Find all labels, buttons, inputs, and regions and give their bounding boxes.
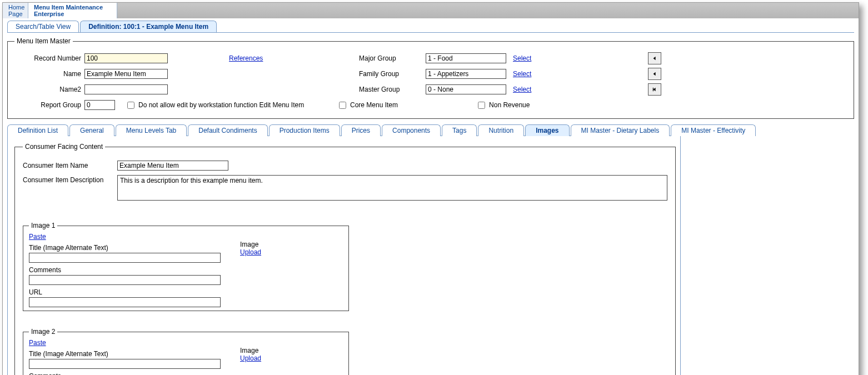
master-group-select-link[interactable]: Select	[513, 86, 531, 93]
non-revenue-checkbox[interactable]	[478, 102, 485, 109]
sub-tab-default-condiments[interactable]: Default Condiments	[188, 124, 267, 136]
sub-tab-tags[interactable]: Tags	[442, 124, 477, 136]
sub-tab-prices[interactable]: Prices	[341, 124, 381, 136]
consumer-facing-content-fieldset: Consumer Facing Content Consumer Item Na…	[14, 143, 676, 375]
paste-link[interactable]: Paste	[29, 339, 46, 347]
image-title-input[interactable]	[29, 359, 221, 369]
svg-marker-2	[654, 88, 656, 91]
menu-item-master-fieldset: Menu Item Master Record Number Reference…	[7, 37, 854, 119]
consumer-item-name-input[interactable]	[117, 161, 228, 171]
record-number-input[interactable]	[84, 53, 168, 63]
sub-tab-mi-master-effectivity[interactable]: MI Master - Effectivity	[671, 124, 756, 136]
name2-input[interactable]	[84, 84, 168, 94]
top-bar: Home Page Menu Item Maintenance Enterpri…	[3, 3, 859, 18]
consumer-item-name-label: Consumer Item Name	[23, 161, 117, 169]
major-group-nav-button[interactable]	[648, 52, 661, 64]
consumer-item-description-input[interactable]	[117, 175, 667, 201]
sub-tab-images[interactable]: Images	[525, 124, 569, 136]
family-group-select-link[interactable]: Select	[513, 70, 531, 78]
major-group-select-link[interactable]: Select	[513, 54, 531, 62]
tab-search-view[interactable]: Search/Table View	[7, 21, 79, 32]
name2-label: Name2	[14, 86, 84, 93]
menu-item-master-legend: Menu Item Master	[14, 37, 73, 45]
core-menu-item-checkbox[interactable]	[339, 102, 346, 109]
sub-tab-components[interactable]: Components	[382, 124, 441, 136]
upload-link[interactable]: Upload	[240, 354, 261, 362]
consumer-item-description-label: Consumer Item Description	[23, 175, 117, 184]
major-group-input[interactable]	[426, 53, 506, 63]
do-not-allow-edit-checkbox[interactable]	[127, 102, 134, 109]
svg-marker-0	[654, 57, 656, 60]
svg-rect-3	[653, 88, 654, 91]
name-input[interactable]	[84, 69, 168, 79]
family-group-input[interactable]	[426, 69, 506, 79]
image-comments-label: Comments	[29, 266, 229, 274]
do-not-allow-edit-label: Do not allow edit by workstation functio…	[138, 101, 304, 109]
image-slot-legend: Image 2	[29, 328, 57, 336]
report-group-input[interactable]	[84, 100, 115, 110]
master-group-input[interactable]	[426, 84, 506, 94]
sub-tab-general[interactable]: General	[69, 124, 114, 136]
sub-tab-nutrition[interactable]: Nutrition	[478, 124, 524, 136]
tab-definition[interactable]: Definition: 100:1 - Example Menu Item	[80, 21, 217, 32]
image-url-label: URL	[29, 288, 229, 296]
image-title-label: Title (Image Alternate Text)	[29, 350, 229, 358]
references-link[interactable]: References	[229, 54, 263, 62]
non-revenue-label: Non Revenue	[489, 101, 530, 109]
major-group-label: Major Group	[359, 54, 426, 62]
image-title-input[interactable]	[29, 253, 221, 263]
image-comments-input[interactable]	[29, 275, 221, 285]
consumer-facing-content-legend: Consumer Facing Content	[23, 143, 105, 151]
name-label: Name	[14, 70, 84, 78]
image-url-input[interactable]	[29, 297, 221, 307]
sub-tab-mi-master-dietary-labels[interactable]: MI Master - Dietary Labels	[571, 124, 670, 136]
record-number-label: Record Number	[14, 54, 84, 62]
sub-tab-definition-list[interactable]: Definition List	[7, 124, 68, 136]
svg-marker-1	[654, 72, 656, 76]
image-label: Image	[240, 241, 343, 248]
core-menu-item-label: Core Menu Item	[350, 101, 398, 109]
image-slot-legend: Image 1	[29, 222, 57, 229]
image-title-label: Title (Image Alternate Text)	[29, 244, 229, 252]
tab-home[interactable]: Home Page	[3, 3, 28, 18]
master-group-label: Master Group	[359, 86, 426, 93]
paste-link[interactable]: Paste	[29, 233, 46, 241]
image-slot-1: Image 1PasteTitle (Image Alternate Text)…	[23, 222, 349, 311]
image-comments-label: Comments	[29, 372, 229, 375]
sub-tab-production-items[interactable]: Production Items	[269, 124, 340, 136]
report-group-label: Report Group	[14, 101, 84, 109]
family-group-label: Family Group	[359, 70, 426, 78]
upload-link[interactable]: Upload	[240, 248, 261, 256]
image-label: Image	[240, 347, 343, 354]
tab-menu-item-maintenance[interactable]: Menu Item Maintenance Enterprise	[28, 3, 117, 18]
sub-tab-menu-levels-tab[interactable]: Menu Levels Tab	[116, 124, 187, 136]
sub-tabs: Definition ListGeneralMenu Levels TabDef…	[7, 123, 854, 136]
family-group-nav-button[interactable]	[648, 68, 661, 80]
master-group-nav-button[interactable]	[648, 83, 661, 96]
image-slot-2: Image 2PasteTitle (Image Alternate Text)…	[23, 328, 349, 375]
